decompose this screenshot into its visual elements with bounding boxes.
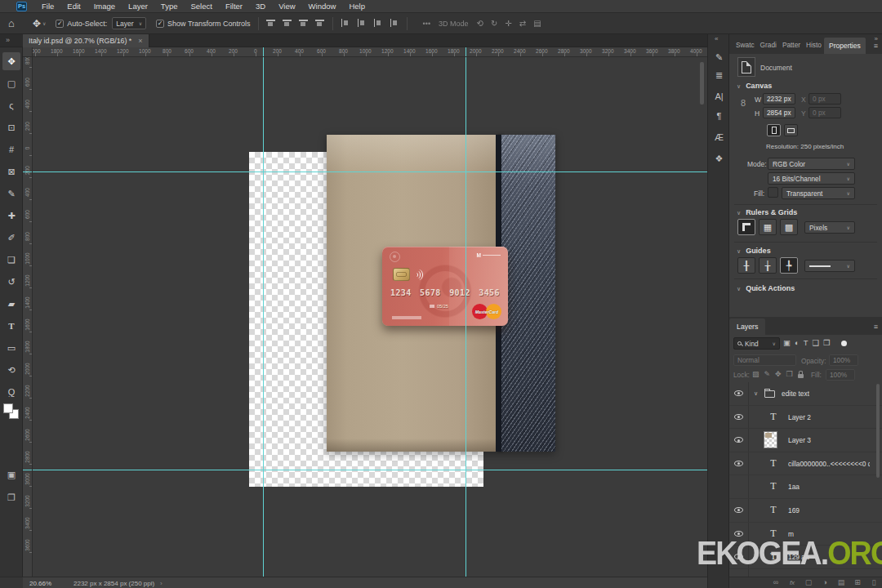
menu-filter[interactable]: Filter [219, 2, 249, 11]
guide-vertical[interactable] [263, 57, 264, 577]
auto-select-target-dropdown[interactable]: Layer ∨ [112, 17, 146, 29]
more-align-options-button[interactable]: ••• [423, 20, 430, 28]
ruler-corner[interactable] [23, 47, 33, 57]
width-input[interactable]: 2232 px [763, 93, 795, 105]
horizontal-ruler[interactable]: 2000180016001400120010008006004002000200… [33, 47, 707, 57]
filter-type-icon-1[interactable]: ◐ [795, 338, 800, 347]
lasso-tool[interactable]: ς [2, 96, 20, 114]
bit-depth-dropdown[interactable]: 16 Bits/Channel∨ [768, 172, 855, 185]
layer-row[interactable]: T1aa [729, 475, 882, 499]
paragraph-icon[interactable]: ¶ [708, 111, 730, 121]
tab-gradi[interactable]: Gradi [760, 41, 777, 49]
canvas-section-header[interactable]: ∨Canvas [737, 82, 772, 90]
menu-file[interactable]: File [35, 2, 60, 11]
healing-brush-tool[interactable]: ✚ [2, 207, 20, 225]
rotate-view-tool[interactable]: ⟲ [2, 361, 20, 379]
object-selection-tool[interactable]: ⊡ [2, 118, 20, 136]
filter-type-icon-3[interactable]: ❑ [813, 338, 820, 347]
layer-row[interactable]: Tcilla0000000..<<<<<<<<0 d [729, 452, 882, 476]
rectangle-tool[interactable]: ▭ [2, 339, 20, 357]
3d-mode-icon-4[interactable]: ▤ [533, 19, 541, 28]
toggle-guides-button[interactable]: ╂ [737, 257, 755, 274]
layer-row[interactable]: ∨edite text [729, 382, 882, 406]
tab-patter[interactable]: Patter [782, 41, 800, 49]
fill-swatch[interactable] [768, 187, 778, 198]
status-zoom-field[interactable]: 20.66% [29, 580, 51, 587]
layer-row[interactable]: T169 [729, 499, 882, 523]
eyedropper-tool[interactable]: ✎ [2, 185, 20, 203]
foreground-color-swatch[interactable] [3, 403, 13, 413]
delete-layer-icon[interactable]: ▯ [868, 578, 880, 586]
layer-effects-icon[interactable]: fx [786, 579, 798, 586]
toggle-grid-button[interactable]: ▦ [759, 219, 777, 235]
adjustment-layer-icon[interactable]: ◑ [819, 578, 831, 586]
color-mode-dropdown[interactable]: RGB Color∨ [768, 158, 855, 170]
layer-row[interactable]: Layer 3 [729, 429, 882, 452]
menu-3d[interactable]: 3D [249, 2, 272, 11]
toggle-pixel-grid-button[interactable]: ▩ [780, 219, 798, 235]
layer-row[interactable]: Tm [729, 523, 882, 546]
3d-mode-icon-3[interactable]: ⇄ [519, 19, 526, 28]
history-brush-tool[interactable]: ↺ [2, 273, 20, 291]
layer-mask-icon[interactable]: ▢ [803, 578, 814, 586]
layer-row[interactable]: T01.01.1990 [729, 569, 882, 577]
fill-dropdown[interactable]: Transparent∨ [782, 187, 855, 199]
auto-select-checkbox[interactable]: ✓ [56, 20, 64, 28]
clone-stamp-tool[interactable]: ❏ [2, 251, 20, 269]
y-input[interactable]: 0 px [808, 107, 841, 118]
menu-layer[interactable]: Layer [122, 2, 154, 11]
tab-histo[interactable]: Histo [806, 41, 822, 49]
tab-properties[interactable]: Properties [824, 38, 866, 54]
edit-guides-button[interactable]: ╄ [780, 257, 798, 274]
lock-icon-0[interactable]: ▨ [752, 370, 760, 378]
guide-horizontal[interactable] [33, 172, 707, 172]
expand-panels-icon[interactable]: « [715, 35, 718, 42]
lock-icon-2[interactable]: ✥ [775, 370, 782, 378]
menu-select[interactable]: Select [184, 2, 218, 11]
toolbar-collapse-icon[interactable]: » [6, 36, 10, 44]
align-icon-2[interactable] [299, 19, 309, 28]
vertical-ruler[interactable]: 8006004002000200400600800100012001400160… [23, 57, 33, 577]
layer-visibility-toggle[interactable] [729, 499, 749, 522]
layer-fill-input[interactable]: 100% [826, 369, 855, 381]
eraser-tool[interactable]: ▰ [2, 295, 20, 313]
distribute-icon-0[interactable] [341, 19, 350, 28]
x-input[interactable]: 0 px [808, 93, 841, 105]
3d-mode-icon-2[interactable]: ✛ [505, 19, 511, 28]
brushes-icon[interactable]: ✎ [708, 52, 730, 63]
filter-pin-toggle[interactable] [841, 341, 847, 346]
toggle-rulers-button[interactable] [737, 219, 755, 235]
guides-section-header[interactable]: ∨Guides [737, 247, 771, 255]
layer-visibility-toggle[interactable] [729, 546, 749, 568]
height-input[interactable]: 2854 px [763, 107, 795, 118]
lock-all-icon[interactable] [798, 374, 804, 378]
close-icon[interactable]: × [138, 37, 142, 45]
frame-tool[interactable]: ⊠ [2, 163, 20, 180]
layer-visibility-toggle[interactable] [729, 523, 749, 546]
tab-swatc[interactable]: Swatc [736, 41, 755, 49]
home-icon[interactable]: ⌂ [8, 17, 15, 29]
canvas-area[interactable]: M 1234567890123456 05/25 MasterCard [33, 57, 707, 577]
distribute-icon-1[interactable] [357, 19, 367, 28]
status-options-chevron[interactable]: › [160, 580, 163, 587]
menu-window[interactable]: Window [302, 2, 343, 11]
rectangular-marquee-tool[interactable]: ▢ [2, 74, 20, 92]
guide-horizontal[interactable] [33, 470, 707, 470]
menu-help[interactable]: Help [342, 2, 372, 11]
guide-vertical[interactable] [466, 57, 466, 577]
layer-visibility-toggle[interactable] [729, 406, 749, 429]
group-expand-caret[interactable]: ∨ [754, 390, 758, 397]
photoshop-logo-icon[interactable]: Ps [16, 2, 27, 11]
3d-mode-icon-1[interactable]: ↻ [491, 19, 497, 28]
layer-thumbnail[interactable] [764, 431, 777, 448]
group-layers-icon[interactable]: ▤ [835, 578, 847, 586]
new-layer-icon[interactable]: ⊞ [852, 578, 863, 586]
layer-row[interactable]: TLayer 2 [729, 406, 882, 430]
layer-visibility-toggle[interactable] [729, 452, 749, 475]
layers-scrollbar[interactable] [876, 384, 880, 478]
show-transform-controls-checkbox[interactable]: ✓ [156, 20, 164, 28]
menu-view[interactable]: View [272, 2, 301, 11]
distribute-icon-3[interactable] [390, 19, 399, 28]
lock-icon-1[interactable]: ✎ [764, 370, 771, 378]
zoom-tool[interactable]: Q [2, 383, 20, 401]
